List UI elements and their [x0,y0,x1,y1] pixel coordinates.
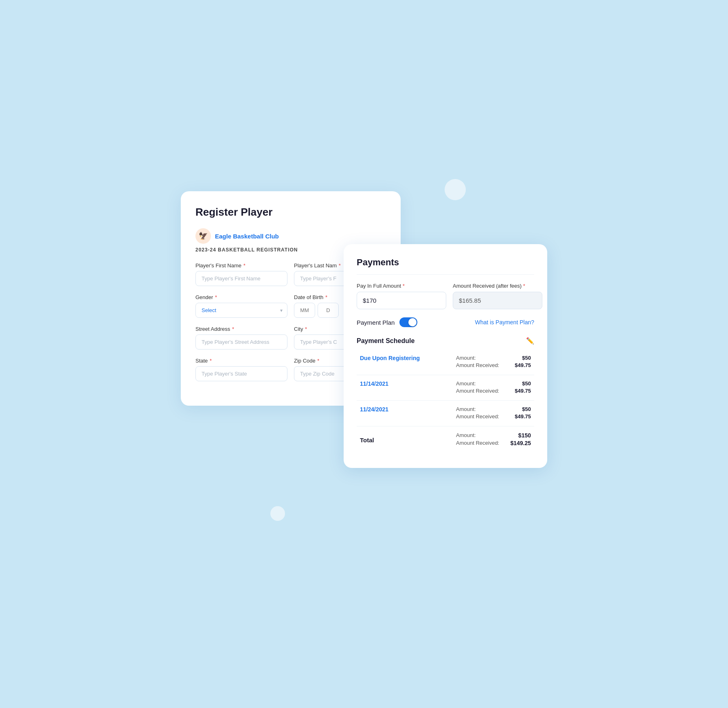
state-input[interactable] [195,366,287,381]
schedule-table: Due Upon Registering Amount: $50 Amount … [357,350,534,453]
payment-plan-toggle[interactable] [399,317,417,327]
club-logo-icon: 🦅 [199,232,208,240]
edit-icon[interactable]: ✏️ [526,337,534,345]
table-row: 11/14/2021 Amount: $50 Amount Received: … [357,375,534,401]
amount-received-group: Amount Received (after fees) * [453,283,542,309]
state-group: State * [195,358,287,381]
scene: Register Player 🦅 Eagle Basketball Club … [181,179,547,529]
club-row: 🦅 Eagle Basketball Club [195,228,386,244]
gender-label: Gender * [195,294,287,300]
pay-in-full-input[interactable] [357,292,446,309]
received-key: Amount Received: [456,362,499,368]
total-amount-line: Amount: $150 [456,432,531,439]
received-value: $49.75 [515,413,531,420]
schedule-amounts-col: Amount: $50 Amount Received: $49.75 [453,350,534,375]
payment-plan-left: Payment Plan [357,317,417,327]
received-value: $49.75 [515,362,531,368]
received-value: $49.75 [515,388,531,394]
received-line: Amount Received: $49.75 [456,413,531,420]
pay-in-full-group: Pay In Full Amount * [357,283,446,309]
received-key: Amount Received: [456,413,499,420]
dob-dd-input[interactable] [318,303,339,318]
pay-in-full-label: Pay In Full Amount * [357,283,446,289]
total-received-value: $149.25 [510,440,531,446]
gender-select-wrapper: Select Male Female ▾ [195,303,287,318]
total-label: Total [357,426,453,454]
state-label: State * [195,358,287,364]
amount-key: Amount: [456,380,476,387]
amount-key: Amount: [456,355,476,361]
amount-line: Amount: $50 [456,355,531,361]
amount-line: Amount: $50 [456,380,531,387]
street-input[interactable] [195,334,287,350]
total-amounts-col: Amount: $150 Amount Received: $149.25 [453,426,534,454]
amount-value: $50 [522,406,531,412]
total-received-line: Amount Received: $149.25 [456,440,531,446]
amount-received-label: Amount Received (after fees) * [453,283,542,289]
amount-value: $50 [522,355,531,361]
schedule-date: Due Upon Registering [357,350,453,375]
deco-circle-bottom [270,506,285,521]
payment-plan-label: Payment Plan [357,319,395,326]
schedule-header: Payment Schedule ✏️ [357,337,534,345]
schedule-date: 11/14/2021 [357,375,453,401]
club-name: Eagle Basketball Club [215,233,279,240]
schedule-title: Payment Schedule [357,337,414,345]
received-key: Amount Received: [456,388,499,394]
payments-title: Payments [357,257,534,275]
first-name-input[interactable] [195,271,287,286]
amount-received-input [453,292,542,309]
payment-plan-link[interactable]: What is Payment Plan? [475,319,534,326]
club-logo: 🦅 [195,228,211,244]
gender-select[interactable]: Select Male Female [195,303,287,318]
deco-circle-top [445,179,466,200]
amount-line: Amount: $50 [456,406,531,412]
gender-group: Gender * Select Male Female ▾ [195,294,287,318]
table-row: Due Upon Registering Amount: $50 Amount … [357,350,534,375]
amount-key: Amount: [456,406,476,412]
payments-card: Payments Pay In Full Amount * Amount Rec… [344,244,547,468]
first-name-group: Player's First Name * [195,262,287,286]
payment-plan-row: Payment Plan What is Payment Plan? [357,317,534,327]
schedule-amounts-col: Amount: $50 Amount Received: $49.75 [453,375,534,401]
schedule-date: 11/24/2021 [357,401,453,426]
street-group: Street Address * [195,326,287,350]
received-line: Amount Received: $49.75 [456,388,531,394]
amount-value: $50 [522,380,531,387]
total-row: Total Amount: $150 Amount Received: $149… [357,426,534,454]
amount-row: Pay In Full Amount * Amount Received (af… [357,283,534,309]
received-line: Amount Received: $49.75 [456,362,531,368]
table-row: 11/24/2021 Amount: $50 Amount Received: … [357,401,534,426]
toggle-thumb [408,318,417,326]
register-title: Register Player [195,206,386,219]
street-label: Street Address * [195,326,287,332]
dob-mm-input[interactable] [294,303,315,318]
total-amount-key: Amount: [456,432,476,439]
schedule-amounts-col: Amount: $50 Amount Received: $49.75 [453,401,534,426]
first-name-label: Player's First Name * [195,262,287,269]
total-received-key: Amount Received: [456,440,499,446]
total-amount-value: $150 [518,432,531,439]
